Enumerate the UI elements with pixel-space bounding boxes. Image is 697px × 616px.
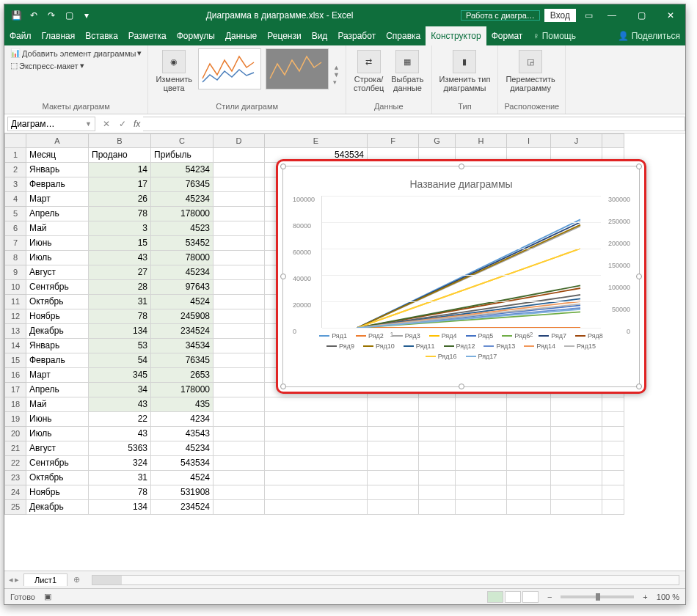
enter-icon[interactable]: ✓: [114, 119, 131, 129]
cell[interactable]: [507, 427, 551, 441]
chart-area[interactable]: Название диаграммы 020000400006000080000…: [292, 175, 630, 378]
cell[interactable]: 97643: [151, 280, 214, 295]
switch-row-column-button[interactable]: ⇄ Строка/ столбец: [352, 48, 385, 94]
row-header[interactable]: 18: [4, 397, 26, 412]
cell[interactable]: [214, 383, 265, 397]
share-button[interactable]: 👤 Поделиться: [613, 26, 685, 45]
cell[interactable]: [368, 427, 419, 441]
cell[interactable]: 34534: [151, 339, 214, 353]
cell[interactable]: Ноябрь: [26, 309, 89, 324]
cell[interactable]: 4234: [151, 412, 214, 427]
tab-конструктор[interactable]: Конструктор: [426, 26, 486, 45]
cell[interactable]: [419, 427, 456, 441]
chart-style-2[interactable]: [266, 48, 329, 89]
cell[interactable]: [551, 441, 602, 456]
redo-icon[interactable]: ↷: [45, 10, 57, 21]
row-header[interactable]: 23: [4, 471, 26, 485]
cell[interactable]: 43: [89, 251, 151, 265]
column-header[interactable]: H: [456, 133, 507, 148]
row-header[interactable]: 11: [4, 295, 26, 309]
cell[interactable]: [214, 177, 265, 192]
legend-item[interactable]: Ряд9: [326, 342, 354, 350]
cell[interactable]: [602, 412, 624, 427]
cell[interactable]: Июнь: [26, 412, 89, 427]
tab-формулы[interactable]: Формулы: [172, 26, 220, 45]
sheet-tab[interactable]: Лист1: [23, 573, 67, 586]
zoom-slider[interactable]: [561, 595, 634, 598]
cell[interactable]: Февраль: [26, 177, 89, 192]
tab-вставка[interactable]: Вставка: [80, 26, 123, 45]
cell[interactable]: [214, 163, 265, 177]
cell[interactable]: Сентябрь: [26, 280, 89, 295]
cell[interactable]: [456, 456, 507, 471]
cell[interactable]: [214, 309, 265, 324]
cell[interactable]: 27: [89, 265, 151, 280]
cell[interactable]: 178000: [151, 383, 214, 397]
cell[interactable]: [214, 368, 265, 383]
cell[interactable]: [214, 441, 265, 456]
tab-рецензи[interactable]: Рецензи: [262, 26, 306, 45]
row-header[interactable]: 16: [4, 368, 26, 383]
resize-handle[interactable]: [280, 164, 286, 169]
cell[interactable]: [214, 221, 265, 236]
cell[interactable]: [265, 485, 368, 500]
row-header[interactable]: 19: [4, 412, 26, 427]
fx-icon[interactable]: fx: [131, 119, 143, 129]
cell[interactable]: [368, 500, 419, 515]
cell[interactable]: [602, 427, 624, 441]
embedded-chart[interactable]: Название диаграммы 020000400006000080000…: [276, 159, 646, 394]
cell[interactable]: 31: [89, 295, 151, 309]
cell[interactable]: [419, 441, 456, 456]
cell[interactable]: Июль: [26, 251, 89, 265]
formula-input[interactable]: [143, 117, 685, 131]
row-header[interactable]: 22: [4, 456, 26, 471]
minimize-button[interactable]: —: [597, 4, 627, 26]
cell[interactable]: Октябрь: [26, 471, 89, 485]
cell[interactable]: [456, 500, 507, 515]
cell[interactable]: 76345: [151, 353, 214, 368]
tab-главная[interactable]: Главная: [37, 26, 81, 45]
cell[interactable]: [368, 441, 419, 456]
cell[interactable]: [214, 236, 265, 251]
cell[interactable]: [265, 441, 368, 456]
tab-файл[interactable]: Файл: [4, 26, 37, 45]
cell[interactable]: [265, 427, 368, 441]
cell[interactable]: [419, 412, 456, 427]
cell[interactable]: 76345: [151, 177, 214, 192]
row-header[interactable]: 17: [4, 383, 26, 397]
cell[interactable]: [368, 485, 419, 500]
cell[interactable]: Апрель: [26, 383, 89, 397]
cell[interactable]: Январь: [26, 163, 89, 177]
cell[interactable]: [265, 456, 368, 471]
cell[interactable]: [214, 192, 265, 207]
cell[interactable]: [551, 500, 602, 515]
cell[interactable]: [265, 412, 368, 427]
cell[interactable]: 34: [89, 383, 151, 397]
tell-me[interactable]: ♀ Помощь: [528, 26, 581, 45]
cell[interactable]: Месяц: [26, 148, 89, 163]
column-header[interactable]: I: [507, 133, 551, 148]
cell[interactable]: Сентябрь: [26, 456, 89, 471]
cell[interactable]: [507, 397, 551, 412]
cell[interactable]: 324: [89, 456, 151, 471]
cell[interactable]: 435: [151, 397, 214, 412]
cell[interactable]: [214, 397, 265, 412]
cell[interactable]: 4523: [151, 221, 214, 236]
cell[interactable]: Апрель: [26, 207, 89, 221]
row-header[interactable]: 25: [4, 500, 26, 515]
select-all-corner[interactable]: [4, 133, 26, 148]
cell[interactable]: 17: [89, 177, 151, 192]
cell[interactable]: [551, 427, 602, 441]
row-header[interactable]: 5: [4, 207, 26, 221]
resize-handle[interactable]: [280, 274, 286, 279]
cell[interactable]: Июнь: [26, 236, 89, 251]
resize-handle[interactable]: [280, 384, 286, 389]
resize-handle[interactable]: [636, 164, 642, 169]
cell[interactable]: 45234: [151, 192, 214, 207]
cell[interactable]: Продано: [89, 148, 151, 163]
qat-dropdown-icon[interactable]: ▾: [81, 10, 92, 21]
legend-item[interactable]: Ряд12: [444, 342, 475, 350]
column-header[interactable]: C: [151, 133, 214, 148]
cell[interactable]: 53: [89, 339, 151, 353]
zoom-out-button[interactable]: −: [547, 593, 552, 601]
